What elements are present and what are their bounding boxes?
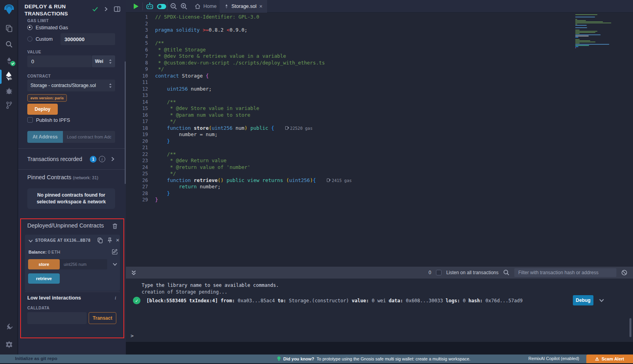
collapse-terminal-icon[interactable]: [131, 270, 136, 275]
divider: [25, 292, 120, 292]
run-script-play-button[interactable]: [134, 4, 138, 9]
code-line: 9 */: [126, 66, 633, 73]
zoom-in-icon[interactable]: [180, 3, 188, 10]
low-level-info-icon[interactable]: i: [115, 295, 116, 301]
init-git-repo-button[interactable]: Initialize as git repo: [15, 356, 57, 361]
collapse-chevron-icon[interactable]: [28, 239, 33, 243]
compile-success-badge: [10, 61, 15, 66]
tx-hash: 0x76d...57ad9: [485, 298, 523, 303]
search-icon[interactable]: [0, 40, 18, 48]
estimated-gas-label: Estimated Gas: [36, 25, 68, 30]
terminal-toolbar: 0 Listen on all transactions: [126, 267, 633, 279]
tab-storage-sol[interactable]: Storage.sol ×: [220, 0, 267, 13]
code-line: 16 * @param num value to store: [126, 112, 633, 119]
tx-logs-label: logs:: [446, 298, 460, 303]
at-address-input[interactable]: [63, 131, 115, 143]
transactions-recorded-label[interactable]: Transactions recorded: [27, 156, 82, 162]
pin-icon[interactable]: [107, 237, 112, 243]
code-editor[interactable]: 1// SPDX-License-Identifier: GPL-3.023pr…: [126, 13, 633, 279]
code-line: 8 * @custom:dev-run-script ./scripts/dep…: [126, 60, 633, 66]
minimap[interactable]: [574, 13, 618, 49]
deploy-button[interactable]: Deploy: [27, 104, 58, 115]
file-explorer-icon[interactable]: [0, 25, 18, 32]
tx-expand-chevron-icon[interactable]: [599, 299, 604, 302]
warning-icon: ⚠: [595, 356, 599, 362]
tx-from-label: from:: [221, 298, 235, 303]
custom-gas-label: Custom: [36, 36, 53, 42]
plugin-manager-icon[interactable]: [0, 323, 18, 332]
chevron-right-icon[interactable]: [104, 7, 108, 11]
tip-bold: Did you know?: [283, 356, 314, 361]
tab-home-label: Home: [203, 4, 216, 9]
terminal-output[interactable]: Type the library name to see available c…: [126, 279, 633, 342]
estimated-gas-radio[interactable]: [27, 25, 32, 30]
terminal-prompt[interactable]: >: [131, 333, 134, 339]
value-unit-select[interactable]: Wei: [92, 55, 115, 67]
retrieve-function-button[interactable]: retrieve: [28, 273, 60, 284]
code-line: 10contract Storage {: [126, 73, 633, 80]
editor-area: Home Storage.sol × 1// SPDX-License-Iden…: [126, 0, 633, 355]
scam-alert-button[interactable]: ⚠ Scam Alert: [586, 355, 633, 363]
calldata-input[interactable]: [27, 312, 87, 324]
editor-toolbar: Home Storage.sol ×: [126, 0, 633, 13]
clear-terminal-icon[interactable]: [621, 269, 627, 276]
at-address-button[interactable]: At Address: [27, 131, 63, 143]
code-line: 3pragma solidity >=0.8.2 <0.9.0;: [126, 27, 633, 34]
transactions-count-badge: 1: [90, 156, 97, 163]
status-bar: Initialize as git repo Did you know? To …: [0, 355, 633, 363]
publish-ipfs-checkbox[interactable]: [27, 117, 33, 123]
zoom-out-icon[interactable]: [170, 3, 177, 10]
code-line: 11: [126, 79, 633, 86]
close-instance-icon[interactable]: ×: [116, 237, 119, 243]
trash-icon[interactable]: [112, 223, 118, 229]
terminal-filter-input[interactable]: [514, 268, 616, 277]
code-line: 24 * @return value of 'number': [126, 164, 633, 171]
debugger-icon[interactable]: [0, 87, 18, 95]
panel-layout-icon[interactable]: [114, 6, 120, 12]
settings-gear-icon[interactable]: [0, 340, 18, 349]
balance-label: Balance:: [28, 250, 47, 254]
contract-select[interactable]: Storage - contracts/Storage.sol: [27, 80, 115, 91]
pinned-empty-message: No pinned contracts found for selected w…: [27, 188, 115, 209]
remix-logo[interactable]: [0, 3, 18, 16]
transactions-expand-chevron-icon[interactable]: [111, 157, 114, 161]
tx-block: [block:5583405 txIndex:4]: [146, 298, 218, 303]
tx-data-label: data:: [389, 298, 403, 303]
terminal-line: creation of Storage pending...: [142, 289, 227, 295]
contract-instance-label: STORAGE AT 0X136...8B78: [35, 238, 91, 243]
solidity-compiler-icon[interactable]: [0, 56, 18, 66]
transact-button[interactable]: Transact: [89, 312, 116, 324]
debug-button[interactable]: Debug: [573, 295, 593, 305]
store-param-input[interactable]: [60, 259, 107, 269]
ai-copilot-robot-icon[interactable]: [146, 2, 154, 10]
edit-balance-icon[interactable]: [112, 249, 118, 254]
deploy-run-icon[interactable]: [0, 71, 18, 82]
contract-label: CONTRACT: [27, 74, 51, 78]
copy-icon[interactable]: [97, 237, 103, 243]
code-line: 22 /**: [126, 151, 633, 158]
copilot-toggle-icon[interactable]: [157, 4, 167, 9]
terminal-search-icon[interactable]: [503, 269, 510, 276]
gas-estimate-annotation: 22520 gas: [285, 125, 313, 132]
git-icon[interactable]: [0, 101, 18, 109]
calldata-label: CALLDATA: [27, 306, 49, 310]
terminal-scrollbar[interactable]: [629, 318, 631, 337]
expand-params-chevron-icon[interactable]: [113, 263, 117, 266]
panel-title: DEPLOY & RUN TRANSACTIONS: [25, 3, 88, 17]
tx-success-icon: ✓: [133, 297, 140, 304]
store-function-button[interactable]: store: [28, 259, 60, 269]
custom-gas-radio[interactable]: [27, 36, 32, 42]
tx-log-row[interactable]: [block:5583405 txIndex:4]from:0xa03...85…: [146, 298, 566, 304]
evm-version-badge: evm version: paris: [27, 94, 67, 102]
value-input[interactable]: [27, 55, 91, 67]
copilot-status[interactable]: RemixAI Copilot (enabled): [529, 356, 579, 361]
code-line: 13: [126, 92, 633, 99]
listen-all-checkbox[interactable]: [436, 270, 442, 275]
transactions-info-icon[interactable]: i: [99, 156, 105, 162]
tx-hash-label: hash:: [468, 298, 483, 303]
contract-selected: Storage - contracts/Storage.sol: [30, 83, 96, 88]
custom-gas-input[interactable]: [61, 33, 115, 45]
tab-home[interactable]: Home: [189, 0, 222, 13]
tx-to: Storage.(constructor): [289, 298, 349, 303]
tab-close-icon[interactable]: ×: [259, 3, 262, 9]
